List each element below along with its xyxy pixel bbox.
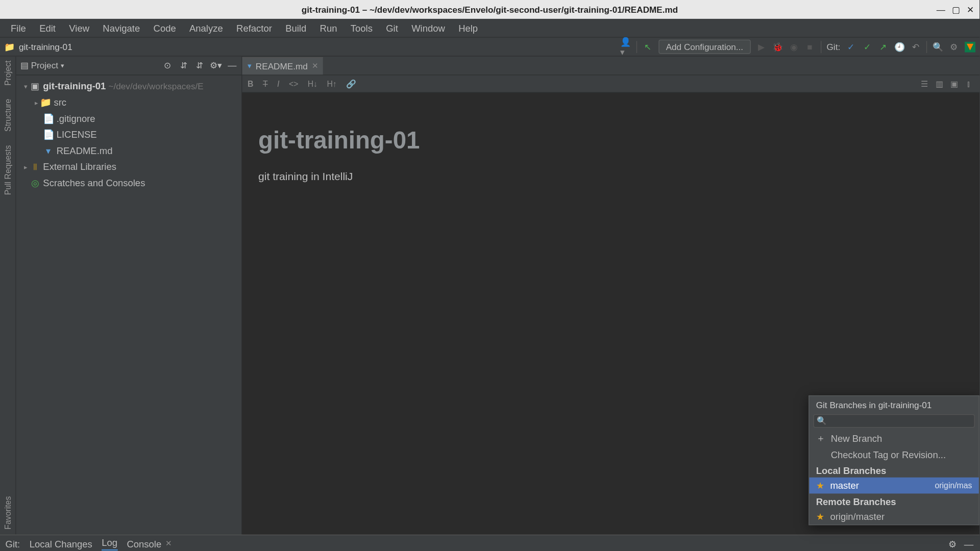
menu-analyze[interactable]: Analyze	[183, 22, 230, 33]
tree-file-gitignore[interactable]: 📄 .gitignore	[16, 110, 242, 127]
md-heading: git-training-01	[258, 127, 963, 155]
settings-icon[interactable]: ⚙	[948, 41, 959, 52]
search-icon: 🔍	[817, 416, 827, 425]
collapse-all-icon[interactable]: ⇵	[194, 60, 205, 71]
editor-tabs: ▾ README.md ✕	[242, 57, 979, 76]
close-console-icon[interactable]: ✕	[165, 539, 172, 548]
git-panel-tabs: Git: Local Changes Log Console ✕ ⚙ —	[0, 535, 979, 550]
project-view-selector[interactable]: ▤ Project ▾	[20, 61, 64, 71]
popup-title: Git Branches in git-training-01	[810, 396, 979, 414]
split-view-icon[interactable]: ▥	[934, 79, 944, 89]
editor-view-icon[interactable]: ☰	[919, 79, 929, 89]
minimize-icon[interactable]: —	[937, 5, 945, 15]
git-panel: Git: Local Changes Log Console ✕ ⚙ — ‹ +…	[0, 535, 979, 551]
git-rollback-icon[interactable]: ↶	[910, 41, 921, 52]
strikethrough-icon[interactable]: T	[263, 79, 268, 88]
menu-tools[interactable]: Tools	[344, 22, 379, 33]
expand-all-icon[interactable]: ⇵	[178, 60, 189, 71]
popup-search[interactable]: 🔍	[813, 414, 974, 428]
menu-window[interactable]: Window	[405, 22, 452, 33]
star-icon: ★	[816, 511, 825, 522]
preview-view-icon[interactable]: ▣	[948, 79, 959, 89]
menu-build[interactable]: Build	[279, 22, 313, 33]
maximize-icon[interactable]: ▢	[952, 5, 960, 15]
tree-external-libraries[interactable]: ▸⫴ External Libraries	[16, 159, 242, 175]
stop-icon[interactable]: ■	[804, 41, 815, 52]
window-titlebar: git-training-01 – ~/dev/dev/workspaces/E…	[0, 0, 979, 19]
close-icon[interactable]: ✕	[967, 5, 974, 15]
window-title: git-training-01 – ~/dev/dev/workspaces/E…	[302, 5, 678, 15]
tree-folder-src[interactable]: ▸📁 src	[16, 94, 242, 111]
user-icon[interactable]: 👤▾	[620, 41, 631, 52]
run-icon[interactable]: ▶	[756, 41, 767, 52]
menu-code[interactable]: Code	[146, 22, 182, 33]
tab-log[interactable]: Log	[102, 537, 117, 550]
editor-tab-readme[interactable]: ▾ README.md ✕	[242, 57, 323, 74]
tree-scratches[interactable]: ◎ Scratches and Consoles	[16, 175, 242, 191]
tab-console[interactable]: Console	[127, 538, 162, 549]
search-icon[interactable]: 🔍	[933, 41, 943, 52]
menu-edit[interactable]: Edit	[33, 22, 62, 33]
add-configuration-button[interactable]: Add Configuration...	[658, 40, 750, 54]
project-panel-title: Project	[31, 61, 58, 71]
header-up-icon[interactable]: H↑	[327, 79, 337, 88]
bold-icon[interactable]: B	[248, 79, 253, 88]
tool-project[interactable]: Project	[3, 61, 12, 86]
menu-run[interactable]: Run	[313, 22, 344, 33]
gear-icon[interactable]: ⚙	[947, 538, 958, 549]
menu-navigate[interactable]: Navigate	[96, 22, 146, 33]
menu-refactor[interactable]: Refactor	[230, 22, 279, 33]
tool-favorites[interactable]: Favorites	[3, 496, 12, 529]
breadcrumb-project[interactable]: git-training-01	[19, 42, 72, 52]
tree-file-license[interactable]: 📄 LICENSE	[16, 127, 242, 143]
file-icon: 📄	[43, 113, 54, 123]
code-icon[interactable]: <>	[289, 79, 298, 88]
menu-view[interactable]: View	[62, 22, 96, 33]
tab-local-changes[interactable]: Local Changes	[30, 538, 92, 549]
header-down-icon[interactable]: H↓	[308, 79, 317, 88]
popup-local-header: Local Branches	[810, 463, 979, 478]
italic-icon[interactable]: I	[277, 79, 279, 88]
markdown-toolbar: B T I <> H↓ H↑ 🔗 ☰ ▥ ▣ ⫿	[242, 76, 979, 93]
popup-checkout-tag[interactable]: Checkout Tag or Revision...	[810, 446, 979, 463]
close-tab-icon[interactable]: ✕	[312, 62, 318, 70]
git-commit-icon[interactable]: ✓	[862, 41, 872, 52]
hide-icon[interactable]: —	[227, 60, 237, 71]
debug-icon[interactable]: 🐞	[772, 41, 783, 52]
editor-tab-label: README.md	[256, 61, 308, 71]
locate-icon[interactable]: ⊙	[162, 60, 173, 71]
md-body: git training in IntelliJ	[258, 171, 963, 183]
ide-logo-icon[interactable]	[965, 41, 975, 52]
project-icon: ▤	[20, 61, 29, 71]
layout-icon[interactable]: ⫿	[963, 79, 974, 89]
link-icon[interactable]: 🔗	[346, 79, 356, 88]
gear-icon[interactable]: ⚙▾	[211, 60, 222, 71]
main-toolbar: 📁 git-training-01 👤▾ ↖ Add Configuration…	[0, 38, 979, 57]
separator	[636, 41, 637, 53]
popup-remote-header: Remote Branches	[810, 493, 979, 508]
git-push-icon[interactable]: ↗	[878, 41, 889, 52]
left-tool-strip: Project Structure Pull Requests Favorite…	[0, 57, 16, 535]
tool-structure[interactable]: Structure	[3, 99, 12, 132]
file-icon: 📄	[43, 129, 54, 140]
git-history-icon[interactable]: 🕘	[894, 41, 905, 52]
project-panel-header: ▤ Project ▾ ⊙ ⇵ ⇵ ⚙▾ —	[16, 57, 242, 76]
separator	[821, 41, 821, 53]
tree-file-readme[interactable]: ▾ README.md	[16, 142, 242, 159]
tree-root[interactable]: ▾ ▣ git-training-01 ~/dev/dev/workspaces…	[16, 78, 242, 94]
build-icon[interactable]: ↖	[643, 41, 653, 52]
popup-local-master[interactable]: ★ master origin/mas	[810, 478, 979, 494]
menu-git[interactable]: Git	[379, 22, 405, 33]
popup-new-branch[interactable]: ＋New Branch	[810, 431, 979, 447]
git-update-icon[interactable]: ✓	[846, 41, 856, 52]
menu-help[interactable]: Help	[452, 22, 484, 33]
project-panel: ▤ Project ▾ ⊙ ⇵ ⇵ ⚙▾ — ▾ ▣ git-training-…	[16, 57, 242, 535]
git-panel-label: Git:	[6, 538, 20, 549]
hide-panel-icon[interactable]: —	[963, 538, 974, 549]
project-tree: ▾ ▣ git-training-01 ~/dev/dev/workspaces…	[16, 76, 242, 535]
menu-file[interactable]: File	[4, 22, 33, 33]
tool-pull-requests[interactable]: Pull Requests	[3, 145, 12, 195]
coverage-icon[interactable]: ◉	[788, 41, 799, 52]
libraries-icon: ⫴	[30, 161, 40, 172]
popup-remote-origin-master[interactable]: ★ origin/master	[810, 508, 979, 524]
